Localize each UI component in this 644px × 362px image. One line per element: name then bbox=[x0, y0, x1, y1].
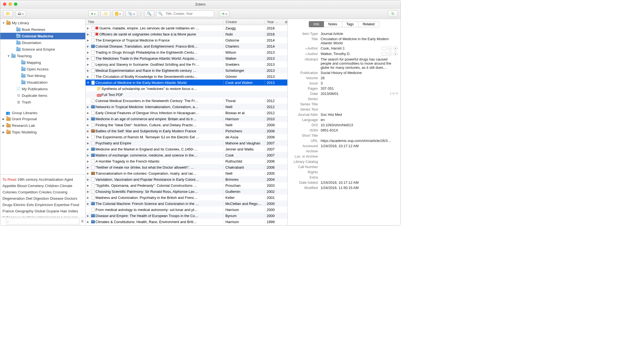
tab-related[interactable]: Related bbox=[358, 21, 379, 27]
column-headers[interactable]: Title Creator Year ⌄ ▦ bbox=[86, 19, 287, 25]
disclosure-icon[interactable]: ▶ bbox=[86, 75, 91, 78]
new-item-button[interactable]: ● bbox=[88, 10, 98, 17]
tag[interactable]: Disease bbox=[50, 196, 64, 201]
disclosure-icon[interactable]: ▶ bbox=[86, 124, 91, 127]
author-swap-icon[interactable] bbox=[382, 47, 387, 50]
field-value[interactable]: 1/24/2018, 11:50:15 AM bbox=[321, 186, 398, 190]
field[interactable]: Accessed1/24/2018, 10:17:12 AM bbox=[290, 143, 398, 149]
disclosure-icon[interactable]: ▶ bbox=[86, 184, 91, 187]
list-item[interactable]: ▶"Neither of meate nor drinke, but what … bbox=[86, 164, 287, 170]
tag[interactable]: Competition bbox=[18, 190, 38, 194]
field[interactable]: Modified1/24/2018, 11:50:15 AM bbox=[290, 185, 398, 190]
sidebar-group[interactable]: ▶Topic Modeling bbox=[0, 129, 85, 135]
tag[interactable]: Colonies bbox=[2, 190, 17, 194]
tag[interactable]: Aged bbox=[64, 177, 73, 182]
remove-author-button[interactable]: − bbox=[388, 46, 392, 51]
field-value[interactable]: Journal Article bbox=[321, 32, 398, 36]
disclosure-icon[interactable]: ▶ bbox=[86, 136, 91, 139]
field[interactable]: Series bbox=[290, 96, 398, 102]
tag[interactable]: Global bbox=[34, 209, 45, 213]
field[interactable]: URLhttps://academic.oup.com/shm/article/… bbox=[290, 138, 398, 143]
list-item[interactable]: ▶Choosing Scientific Patrimony: Sir Rona… bbox=[86, 188, 287, 194]
disclosure-icon[interactable]: ▶ bbox=[86, 57, 91, 60]
trash[interactable]: ▶ Trash bbox=[0, 99, 85, 105]
disclosure-icon[interactable]: ▶ bbox=[86, 105, 91, 108]
field[interactable]: Issue3 bbox=[290, 81, 398, 86]
search-box[interactable]: 🔍 bbox=[156, 10, 214, 17]
tag-options-icon[interactable]: ⠿ bbox=[81, 220, 84, 223]
wand-button[interactable]: ✨ bbox=[100, 10, 110, 17]
list-item[interactable]: ▶The Circulation of Bodily Knowledge in … bbox=[86, 73, 287, 79]
tag[interactable]: To Read bbox=[2, 177, 16, 182]
field-value[interactable]: 337-351 bbox=[321, 86, 398, 91]
field-value[interactable]: 10.1093/shm/hkt013 bbox=[321, 123, 398, 127]
field-value[interactable]: https://academic.oup.com/shm/article/26/… bbox=[321, 139, 398, 143]
field-value[interactable]: Cook, Harold J. bbox=[321, 46, 382, 50]
list-item[interactable]: ▶Medical Experimentation and Race in the… bbox=[86, 67, 287, 73]
field[interactable]: ISSN0951-631X bbox=[290, 128, 398, 133]
list-item[interactable]: Full Text PDF bbox=[86, 92, 287, 98]
my-publications[interactable]: ▶ My Publications bbox=[0, 86, 85, 92]
sync-button[interactable]: ↻ bbox=[388, 10, 398, 17]
field[interactable]: Volume26 bbox=[290, 75, 398, 81]
disclosure-icon[interactable]: ▶ bbox=[86, 27, 91, 30]
field[interactable]: Short Title bbox=[290, 133, 398, 138]
add-author-button[interactable]: + bbox=[393, 46, 398, 51]
field[interactable]: Loc. in Archive bbox=[290, 154, 398, 159]
list-item[interactable]: ▶Guerre, maladie, empire. Les services d… bbox=[86, 25, 287, 31]
disclosure-icon[interactable]: ▶ bbox=[86, 69, 91, 72]
minimize-icon[interactable] bbox=[9, 2, 12, 6]
list-item[interactable]: ▶Climates & Constitutions: Health, Race,… bbox=[86, 219, 287, 225]
sidebar-collection[interactable]: ▶Text Mining bbox=[0, 72, 85, 79]
attach-button[interactable]: 📎 bbox=[125, 10, 137, 17]
field[interactable]: ▾AuthorCook, Harold J.−+ bbox=[290, 46, 398, 51]
column-title[interactable]: Title bbox=[86, 20, 223, 24]
tag[interactable]: Guyane bbox=[46, 209, 59, 213]
tag[interactable]: Acclimatization bbox=[39, 177, 63, 182]
disclosure-icon[interactable]: ▶ bbox=[86, 214, 91, 217]
tag[interactable]: Empiricism bbox=[35, 203, 53, 207]
author-swap-icon[interactable] bbox=[382, 52, 387, 56]
list-item[interactable]: ▼Circulation of Medicine in the Early Mo… bbox=[86, 79, 287, 86]
tag[interactable]: Diet bbox=[26, 196, 32, 201]
field-value[interactable]: The search for powerful drugs has caused… bbox=[321, 57, 398, 70]
list-item[interactable]: ▶Leprosy and Slavery in Suriname: Godfri… bbox=[86, 61, 287, 67]
add-author-button[interactable]: + bbox=[393, 52, 398, 56]
list-item[interactable]: ▶A Horrible Tragedy in the French Atlant… bbox=[86, 158, 287, 164]
field[interactable]: Item TypeJournal Article bbox=[290, 31, 398, 36]
list-item[interactable]: ▶Madness and Colonization: Psychiatry in… bbox=[86, 194, 287, 201]
disclosure-icon[interactable]: ▶ bbox=[86, 148, 91, 151]
disclosure-icon[interactable]: ▶ bbox=[86, 142, 91, 145]
field-value[interactable]: Social History of Medicine bbox=[321, 71, 398, 75]
disclosure-icon[interactable]: ▶ bbox=[86, 172, 91, 175]
close-icon[interactable] bbox=[3, 2, 6, 6]
new-collection-button[interactable]: 📁 bbox=[3, 10, 13, 17]
tag[interactable]: Geography bbox=[15, 209, 34, 213]
tag[interactable]: Children bbox=[45, 184, 59, 188]
disclosure-icon[interactable]: ▶ bbox=[86, 51, 91, 54]
tag[interactable]: France bbox=[2, 209, 14, 213]
list-item[interactable]: ▶The Emergence of Tropical Medicine in F… bbox=[86, 37, 287, 43]
field-value[interactable]: en bbox=[321, 118, 398, 122]
list-item[interactable]: Colonial Medical Encounters in the Ninet… bbox=[86, 98, 287, 104]
disclosure-icon[interactable]: ▶ bbox=[86, 154, 91, 157]
sidebar-collection[interactable]: ▶Colonial Medicine bbox=[0, 33, 85, 39]
column-year[interactable]: Year ⌄ ▦ bbox=[265, 20, 287, 24]
list-item[interactable]: ▶Variolation, Vaccination and Popular Re… bbox=[86, 176, 287, 182]
field[interactable]: Series Title bbox=[290, 102, 398, 107]
disclosure-icon[interactable]: ▶ bbox=[86, 111, 91, 114]
field[interactable]: Archive bbox=[290, 149, 398, 154]
list-item[interactable]: ▶Early Clinical Features of Dengue Virus… bbox=[86, 110, 287, 116]
disclosure-icon[interactable]: ▶ bbox=[86, 190, 91, 193]
remove-author-button[interactable]: − bbox=[388, 52, 392, 56]
list-item[interactable]: ▶Disease and Empire: The Health of Europ… bbox=[86, 213, 287, 219]
tag[interactable]: Doctors bbox=[64, 196, 77, 201]
field-value[interactable]: 0951-631X bbox=[321, 128, 398, 132]
field-value[interactable]: 1/24/2018, 10:17:12 AM bbox=[321, 180, 398, 185]
tag[interactable]: Electric Eels bbox=[13, 203, 34, 207]
disclosure-icon[interactable]: ▶ bbox=[86, 130, 91, 133]
sidebar-collection[interactable]: ▶Open Access bbox=[0, 66, 85, 72]
field[interactable]: Date2013/08/01y m d bbox=[290, 91, 398, 96]
field[interactable]: AbstractThe search for powerful drugs ha… bbox=[290, 57, 398, 70]
tag[interactable]: Blood bbox=[17, 184, 27, 188]
